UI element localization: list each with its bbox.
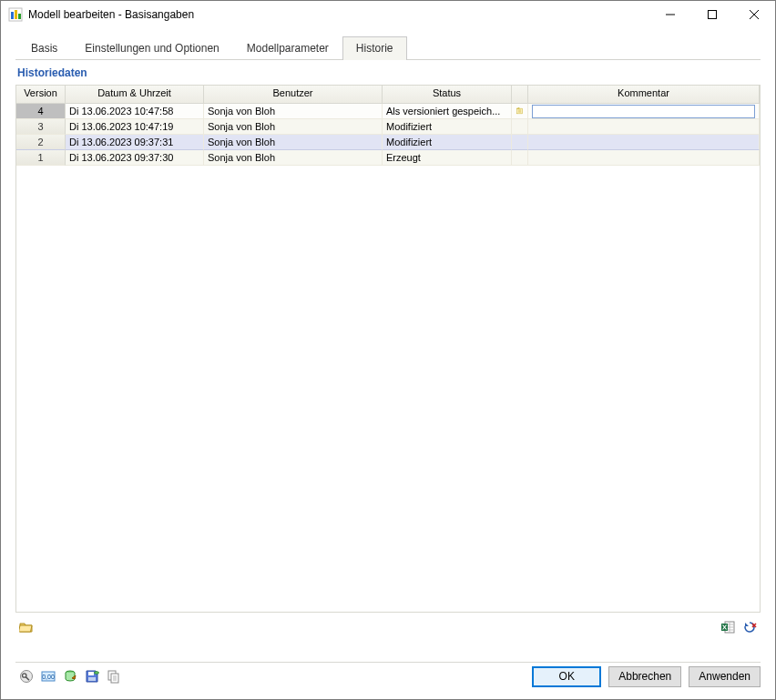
- column-datetime[interactable]: Datum & Uhrzeit: [66, 86, 204, 103]
- row-status: Modifiziert: [383, 135, 512, 150]
- row-comment[interactable]: [528, 104, 760, 119]
- row-datetime: Di 13.06.2023 09:37:30: [66, 150, 204, 166]
- tab-params[interactable]: Modellparameter: [233, 36, 342, 60]
- column-version[interactable]: Version: [16, 86, 66, 103]
- refresh-icon[interactable]: [740, 617, 760, 637]
- maximize-button[interactable]: [691, 1, 733, 28]
- row-icon-empty: [512, 135, 528, 150]
- table-row[interactable]: 2Di 13.06.2023 09:37:31Sonja von BlohMod…: [16, 135, 760, 150]
- cancel-button[interactable]: Abbrechen: [608, 666, 681, 687]
- row-status: Als versioniert gespeich...: [383, 104, 512, 119]
- table-row[interactable]: 3Di 13.06.2023 10:47:19Sonja von BlohMod…: [16, 119, 760, 135]
- svg-rect-18: [88, 672, 94, 675]
- svg-point-20: [95, 672, 99, 674]
- column-comment[interactable]: Kommentar: [528, 86, 760, 103]
- titlebar: Modell bearbeiten - Basisangaben: [1, 1, 775, 28]
- open-folder-icon[interactable]: [16, 617, 36, 637]
- bottom-bar: 0,00: [1, 663, 775, 699]
- tab-options[interactable]: Einstellungen und Optionen: [71, 36, 232, 60]
- row-version: 1: [16, 150, 66, 166]
- copy-icon[interactable]: [104, 666, 124, 686]
- row-comment: [528, 150, 760, 166]
- grid-body: 4Di 13.06.2023 10:47:58Sonja von BlohAls…: [16, 104, 760, 612]
- row-icon-empty: [512, 119, 528, 135]
- svg-text:0,00: 0,00: [42, 674, 55, 680]
- column-status[interactable]: Status: [383, 86, 512, 103]
- window-title: Modell bearbeiten - Basisangaben: [28, 8, 649, 21]
- row-version: 4: [16, 104, 66, 119]
- row-user: Sonja von Bloh: [204, 135, 383, 150]
- row-user: Sonja von Bloh: [204, 119, 383, 135]
- row-comment: [528, 119, 760, 135]
- row-icon-empty: [512, 150, 528, 166]
- tab-basis[interactable]: Basis: [17, 36, 71, 60]
- row-status: Erzeugt: [383, 150, 512, 166]
- row-datetime: Di 13.06.2023 09:37:31: [66, 135, 204, 150]
- column-user[interactable]: Benutzer: [204, 86, 383, 103]
- row-version: 3: [16, 119, 66, 135]
- tab-history[interactable]: Historie: [342, 36, 407, 60]
- table-row[interactable]: 1Di 13.06.2023 09:37:30Sonja von BlohErz…: [16, 150, 760, 166]
- comment-input[interactable]: [532, 105, 755, 118]
- export-excel-icon[interactable]: [718, 617, 738, 637]
- help-icon[interactable]: [16, 666, 36, 686]
- row-datetime: Di 13.06.2023 10:47:58: [66, 104, 204, 119]
- window-controls: [649, 1, 775, 28]
- history-grid: Version Datum & Uhrzeit Benutzer Status …: [15, 85, 761, 613]
- table-row[interactable]: 4Di 13.06.2023 10:47:58Sonja von BlohAls…: [16, 104, 760, 119]
- app-icon: [8, 7, 23, 22]
- minimize-button[interactable]: [649, 1, 691, 28]
- grid-toolbar: [15, 616, 761, 638]
- row-datetime: Di 13.06.2023 10:47:19: [66, 119, 204, 135]
- apply-button[interactable]: Anwenden: [689, 666, 761, 687]
- section-title: Historiedaten: [15, 60, 761, 85]
- ok-button[interactable]: OK: [532, 666, 601, 687]
- row-status: Modifiziert: [383, 119, 512, 135]
- dialog-window: Modell bearbeiten - Basisangaben Basis E…: [0, 0, 776, 700]
- database-icon[interactable]: [60, 666, 80, 686]
- column-icon[interactable]: [512, 86, 528, 103]
- note-icon[interactable]: [512, 104, 528, 119]
- tab-strip: Basis Einstellungen und Optionen Modellp…: [1, 28, 775, 59]
- svg-rect-1: [709, 11, 717, 19]
- row-version: 2: [16, 135, 66, 150]
- close-button[interactable]: [733, 1, 775, 28]
- svg-rect-19: [88, 677, 96, 681]
- row-user: Sonja von Bloh: [204, 150, 383, 166]
- history-panel: Historiedaten Version Datum & Uhrzeit Be…: [15, 59, 761, 656]
- row-user: Sonja von Bloh: [204, 104, 383, 119]
- units-icon[interactable]: 0,00: [38, 666, 58, 686]
- save-icon[interactable]: [82, 666, 102, 686]
- grid-header: Version Datum & Uhrzeit Benutzer Status …: [16, 86, 760, 104]
- row-comment: [528, 135, 760, 150]
